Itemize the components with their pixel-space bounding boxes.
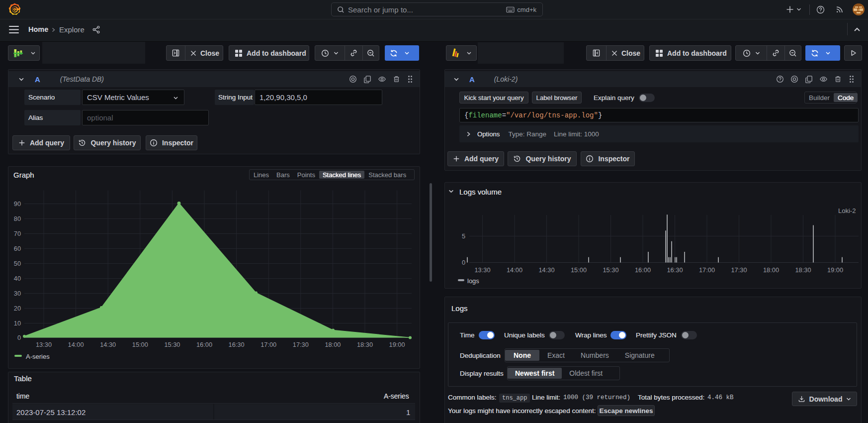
svg-text:logs: logs (467, 277, 479, 285)
svg-text:90: 90 (14, 200, 21, 208)
svg-text:14:30: 14:30 (538, 266, 554, 274)
svg-text:19:00: 19:00 (827, 266, 843, 274)
svg-text:14:30: 14:30 (100, 341, 116, 348)
svg-text:5: 5 (462, 232, 465, 240)
svg-text:13:30: 13:30 (36, 341, 52, 348)
svg-text:50: 50 (14, 260, 21, 267)
svg-text:70: 70 (14, 230, 21, 237)
svg-text:17:30: 17:30 (293, 341, 309, 348)
svg-text:30: 30 (14, 290, 21, 297)
svg-text:16:30: 16:30 (229, 341, 245, 348)
svg-text:18:30: 18:30 (357, 341, 373, 348)
svg-text:14:00: 14:00 (507, 266, 522, 274)
svg-text:13:30: 13:30 (474, 266, 490, 274)
svg-text:18:00: 18:00 (763, 266, 779, 274)
svg-text:16:00: 16:00 (635, 266, 651, 274)
svg-text:14:00: 14:00 (68, 341, 84, 348)
svg-text:10: 10 (14, 319, 21, 327)
svg-text:17:30: 17:30 (731, 266, 747, 274)
svg-text:17:00: 17:00 (699, 266, 715, 274)
svg-text:15:00: 15:00 (132, 341, 148, 348)
svg-text:18:00: 18:00 (325, 341, 341, 348)
svg-text:15:30: 15:30 (603, 266, 618, 274)
svg-text:0: 0 (462, 259, 465, 266)
svg-text:19:00: 19:00 (389, 341, 405, 348)
svg-text:20: 20 (14, 305, 21, 312)
svg-text:15:00: 15:00 (571, 266, 587, 274)
svg-text:16:00: 16:00 (196, 341, 212, 348)
svg-text:16:30: 16:30 (667, 266, 683, 274)
svg-text:80: 80 (14, 215, 21, 222)
svg-text:A-series: A-series (26, 353, 50, 360)
svg-text:60: 60 (14, 245, 21, 252)
svg-text:15:30: 15:30 (164, 341, 180, 348)
svg-text:0: 0 (17, 334, 21, 341)
svg-text:18:30: 18:30 (795, 266, 811, 274)
svg-text:40: 40 (14, 275, 21, 282)
svg-text:17:00: 17:00 (260, 341, 276, 348)
